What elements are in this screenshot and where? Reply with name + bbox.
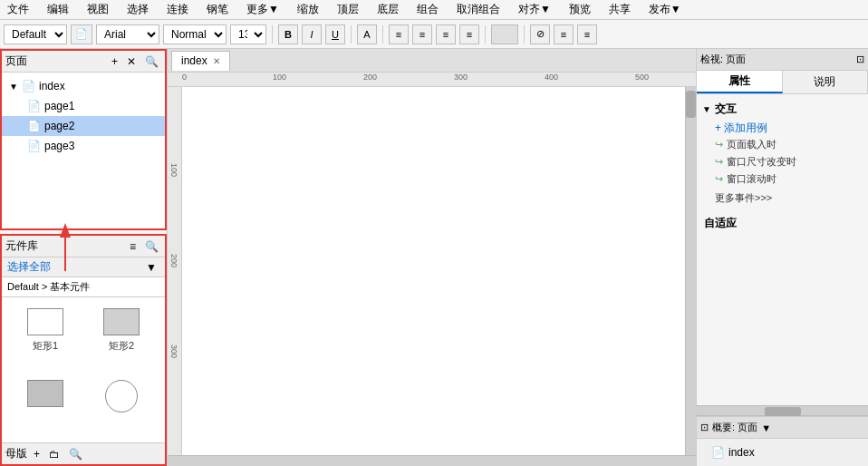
italic-btn[interactable]: I: [302, 24, 322, 44]
components-section: 元件库 ≡ 🔍 选择全部 ▼ Default > 基本元件 矩形1 矩形2: [0, 234, 167, 466]
components-toolbar: 元件库 ≡ 🔍: [2, 236, 165, 257]
mother-delete-icon[interactable]: 🗀: [46, 448, 63, 461]
menu-share[interactable]: 共享: [605, 0, 634, 19]
page-icon-btn[interactable]: 📄: [71, 24, 92, 44]
font-color-btn[interactable]: A: [357, 24, 377, 44]
bottom-panel-label: 母版: [5, 446, 27, 461]
select-all-label[interactable]: 选择全部: [7, 259, 143, 275]
tree-item-page2[interactable]: 📄 page2: [2, 116, 165, 136]
bold-btn[interactable]: B: [278, 24, 298, 44]
canvas-tab-index[interactable]: index ✕: [171, 51, 230, 71]
right-bottom-filter-icon[interactable]: ▼: [761, 422, 771, 433]
canvas-tab-close[interactable]: ✕: [213, 56, 220, 66]
canvas-tabs: index ✕: [168, 49, 696, 73]
align-left-btn[interactable]: ≡: [389, 24, 409, 44]
pages-delete-icon[interactable]: ✕: [124, 55, 139, 68]
canvas-ruler-v: 100 200 300: [168, 87, 182, 455]
right-scrollbar[interactable]: [697, 405, 868, 416]
tab-note[interactable]: 说明: [783, 71, 869, 93]
tree-label-page3: page3: [44, 140, 74, 152]
style-select[interactable]: Normal: [163, 24, 227, 44]
event-item-page-load[interactable]: ↪ 页面载入时: [708, 136, 864, 153]
right-panel-title: 检视: 页面: [700, 53, 746, 66]
menu-align[interactable]: 对齐▼: [515, 0, 555, 19]
component-item-comp3[interactable]: [9, 376, 82, 436]
align-center-btn[interactable]: ≡: [412, 24, 432, 44]
menu-pen[interactable]: 钢笔: [203, 0, 232, 19]
fill-color-btn[interactable]: [491, 24, 518, 44]
mother-search-icon[interactable]: 🔍: [66, 448, 85, 461]
pages-toolbar: 页面 + ✕ 🔍: [2, 51, 165, 73]
underline-btn[interactable]: U: [325, 24, 345, 44]
canvas-area: index ✕ 0 100 200 300 400 500 100 200 30…: [168, 49, 696, 466]
bottom-panel-toolbar: 母版 + 🗀 🔍: [2, 442, 165, 464]
ruler-mark-100: 100: [273, 73, 286, 82]
red-arrow-annotation: [56, 221, 74, 278]
page1-doc-icon: 📄: [27, 100, 41, 112]
components-list-icon[interactable]: ≡: [127, 240, 139, 253]
tree-label-page1: page1: [44, 100, 74, 112]
component-item-comp4[interactable]: [85, 376, 158, 436]
pages-search-icon[interactable]: 🔍: [142, 55, 161, 68]
canvas-scrollbar-v[interactable]: [685, 87, 696, 455]
breadcrumb-text: Default > 基本元件: [7, 280, 90, 294]
menu-top[interactable]: 顶层: [333, 0, 362, 19]
component-item-rect2[interactable]: 矩形2: [85, 305, 158, 373]
size-select[interactable]: 13: [230, 24, 266, 44]
tree-item-page1[interactable]: 📄 page1: [2, 96, 165, 116]
right-bottom-icon: ⊡: [700, 422, 709, 433]
pages-add-icon[interactable]: +: [109, 55, 121, 68]
menu-ungroup[interactable]: 取消组合: [453, 0, 504, 19]
event-icon-3: ↪: [715, 173, 723, 185]
menu-select[interactable]: 选择: [123, 0, 152, 19]
menu-publish[interactable]: 发布▼: [645, 0, 685, 19]
section-interaction[interactable]: ▼ 交互: [700, 98, 864, 121]
rect1-label: 矩形1: [33, 339, 58, 353]
tree-item-index[interactable]: ▼ 📄 index: [2, 76, 165, 96]
section-interaction-label: 交互: [715, 102, 737, 117]
menu-bottom[interactable]: 底层: [373, 0, 402, 19]
tree-label-index: index: [39, 80, 65, 92]
extra2-btn[interactable]: ≡: [554, 24, 574, 44]
components-search-icon[interactable]: 🔍: [142, 240, 161, 253]
menu-file[interactable]: 文件: [4, 0, 33, 19]
right-bottom-content: 📄 index: [697, 439, 868, 466]
canvas-scrollbar-h[interactable]: [168, 455, 696, 466]
font-select[interactable]: Arial: [96, 24, 159, 44]
tab-properties[interactable]: 属性: [697, 71, 783, 93]
menu-group[interactable]: 组合: [413, 0, 442, 19]
ruler-mark-v-200: 200: [169, 254, 178, 267]
rect2-label: 矩形2: [109, 339, 134, 353]
canvas-body: 100 200 300: [168, 87, 696, 455]
align-justify-btn[interactable]: ≡: [459, 24, 479, 44]
add-event-link[interactable]: + 添加用例: [708, 120, 775, 136]
event-item-scroll[interactable]: ↪ 窗口滚动时: [708, 170, 864, 188]
ruler-mark-300: 300: [454, 73, 468, 82]
sep5: [524, 25, 525, 44]
menu-connect[interactable]: 连接: [163, 0, 192, 19]
menu-preview[interactable]: 预览: [565, 0, 594, 19]
extra3-btn[interactable]: ≡: [577, 24, 597, 44]
dropdown-icon[interactable]: ▼: [143, 261, 159, 274]
tree-item-page3[interactable]: 📄 page3: [2, 136, 165, 156]
align-right-btn[interactable]: ≡: [436, 24, 456, 44]
extra1-btn[interactable]: ⊘: [530, 24, 550, 44]
summary-item-index[interactable]: 📄 index: [704, 442, 861, 462]
right-content: ▼ 交互 + 添加用例 ↪ 页面载入时 ↪ 窗口尺寸改变时 ↪ 窗口滚动时 更多…: [697, 94, 868, 405]
canvas-ruler-h: 0 100 200 300 400 500: [168, 73, 696, 87]
event-label-3: 窗口滚动时: [727, 172, 776, 186]
menu-edit[interactable]: 编辑: [43, 0, 72, 19]
mother-add-icon[interactable]: +: [31, 448, 43, 461]
pages-label: 页面: [5, 53, 105, 69]
left-panel: 页面 + ✕ 🔍 ▼ 📄 index 📄 page1 📄 page2: [0, 49, 168, 466]
ruler-mark-500: 500: [635, 73, 649, 82]
event-label-1: 页面载入时: [727, 138, 776, 151]
event-item-resize[interactable]: ↪ 窗口尺寸改变时: [708, 153, 864, 170]
canvas-content[interactable]: [182, 87, 685, 455]
default-select[interactable]: Default: [4, 24, 67, 44]
menu-view[interactable]: 视图: [83, 0, 112, 19]
component-item-rect1[interactable]: 矩形1: [9, 305, 82, 373]
more-events[interactable]: 更多事件>>>: [708, 188, 864, 209]
menu-zoom[interactable]: 缩放: [294, 0, 323, 19]
menu-more[interactable]: 更多▼: [243, 0, 283, 19]
